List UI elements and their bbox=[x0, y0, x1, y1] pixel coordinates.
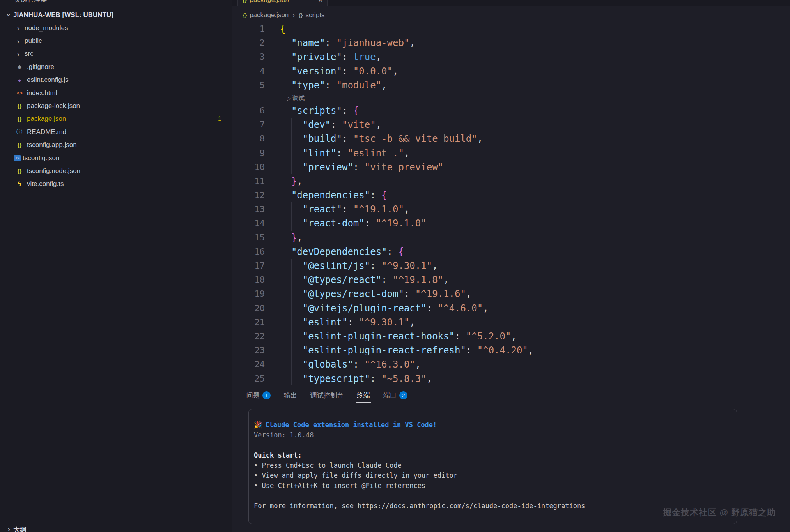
root-folder-label: JIANHUA-WEB [WSL: UBUNTU] bbox=[13, 11, 113, 19]
code-line[interactable]: 24 "globals": "^16.3.0", bbox=[232, 357, 790, 371]
file-item-tsconfig.node.json[interactable]: {}tsconfig.node.json bbox=[0, 164, 232, 177]
code-line[interactable]: 9 "lint": "eslint .", bbox=[232, 146, 790, 160]
token: : bbox=[353, 359, 365, 370]
token: "dependencies" bbox=[291, 190, 370, 201]
breadcrumb-item-scripts[interactable]: {}scripts bbox=[299, 9, 324, 21]
party-popper-icon: 🎉 bbox=[254, 421, 262, 429]
token bbox=[280, 303, 303, 314]
panel-tab-端口[interactable]: 端口2 bbox=[383, 389, 408, 403]
token: , bbox=[511, 331, 516, 342]
token: , bbox=[376, 119, 381, 130]
panel-tab-label: 终端 bbox=[357, 391, 370, 400]
code-line[interactable]: 22 "eslint-plugin-react-hooks": "^5.2.0"… bbox=[232, 329, 790, 343]
code-line[interactable]: 12 "dependencies": { bbox=[232, 188, 790, 202]
panel-tab-label: 输出 bbox=[284, 391, 297, 400]
file-item-tsconfig.app.json[interactable]: {}tsconfig.app.json bbox=[0, 139, 232, 152]
code-line[interactable]: 6 "scripts": { bbox=[232, 104, 790, 118]
token: { bbox=[280, 23, 285, 34]
terminal-output[interactable]: 🎉Claude Code extension installed in VS C… bbox=[249, 409, 737, 511]
token: "^19.1.0" bbox=[376, 218, 427, 229]
panel-tab-输出[interactable]: 输出 bbox=[283, 389, 298, 403]
code-line[interactable]: 2 "name": "jianhua-web", bbox=[232, 36, 790, 50]
token: : bbox=[404, 288, 415, 299]
token: { bbox=[353, 105, 359, 116]
code-text: "eslint-plugin-react-refresh": "^0.4.20"… bbox=[280, 343, 533, 357]
token: : bbox=[370, 373, 381, 384]
file-item-vite.config.ts[interactable]: ϟvite.config.ts bbox=[0, 178, 232, 191]
token: , bbox=[404, 204, 409, 215]
code-text: "version": "0.0.0", bbox=[280, 64, 398, 78]
panel-tab-调试控制台[interactable]: 调试控制台 bbox=[310, 389, 344, 403]
token bbox=[280, 246, 291, 257]
token: , bbox=[483, 303, 488, 314]
file-item-package-lock.json[interactable]: {}package-lock.json bbox=[0, 99, 232, 112]
file-item-node_modules[interactable]: ›node_modules bbox=[0, 21, 232, 34]
line-number: 15 bbox=[232, 231, 265, 245]
file-item-README.md[interactable]: ⓘREADME.md bbox=[0, 125, 232, 138]
code-line[interactable]: 15 }, bbox=[232, 231, 790, 245]
token: "vite preview" bbox=[365, 162, 443, 173]
line-number: 8 bbox=[232, 132, 265, 146]
file-item-public[interactable]: ›public bbox=[0, 34, 232, 47]
file-item-tsconfig.json[interactable]: TStsconfig.json bbox=[0, 152, 232, 164]
token bbox=[280, 119, 303, 130]
terminal-line: • Use Ctrl+Alt+K to insert @File referen… bbox=[254, 481, 729, 491]
eslint-icon: ● bbox=[14, 77, 25, 83]
code-line[interactable]: 10 "preview": "vite preview" bbox=[232, 160, 790, 174]
token: , bbox=[466, 288, 471, 299]
panel-tab-问题[interactable]: 问题1 bbox=[246, 389, 271, 403]
code-line[interactable]: 7 "dev": "vite", bbox=[232, 118, 790, 132]
code-line[interactable]: 17 "@eslint/js": "^9.30.1", bbox=[232, 259, 790, 273]
code-line[interactable]: 23 "eslint-plugin-react-refresh": "^0.4.… bbox=[232, 343, 790, 357]
token bbox=[280, 105, 291, 116]
token: "lint" bbox=[303, 148, 337, 159]
token: } bbox=[291, 176, 297, 187]
ts-icon: TS bbox=[14, 155, 21, 161]
file-label: package-lock.json bbox=[27, 102, 80, 110]
panel-tab-终端[interactable]: 终端 bbox=[356, 389, 371, 403]
code-editor[interactable]: 1{2 "name": "jianhua-web",3 "private": t… bbox=[232, 22, 790, 385]
line-number: 23 bbox=[232, 343, 265, 357]
code-line[interactable]: 21 "eslint": "^9.30.1", bbox=[232, 315, 790, 329]
line-number: 2 bbox=[232, 36, 265, 50]
watermark: 掘金技术社区 @ 野原猫之助 bbox=[663, 507, 776, 518]
close-icon[interactable]: × bbox=[318, 0, 322, 4]
code-line[interactable]: 11 }, bbox=[232, 174, 790, 188]
token: "type" bbox=[291, 80, 325, 91]
code-line[interactable]: 1{ bbox=[232, 22, 790, 36]
code-text: "scripts": { bbox=[280, 104, 359, 118]
code-line[interactable]: 20 "@vitejs/plugin-react": "^4.6.0", bbox=[232, 301, 790, 315]
code-text: "lint": "eslint .", bbox=[280, 146, 409, 160]
code-line[interactable]: 13 "react": "^19.1.0", bbox=[232, 202, 790, 216]
file-item-src[interactable]: ›src bbox=[0, 48, 232, 60]
code-line[interactable]: 14 "react-dom": "^19.1.0" bbox=[232, 216, 790, 230]
token: "0.0.0" bbox=[353, 66, 393, 77]
file-item-.gitignore[interactable]: ◆.gitignore bbox=[0, 60, 232, 73]
code-line[interactable]: 5 "type": "module", bbox=[232, 78, 790, 92]
token bbox=[280, 317, 303, 328]
code-line[interactable]: 19 "@types/react-dom": "^19.1.6", bbox=[232, 287, 790, 301]
code-line[interactable]: 3 "private": true, bbox=[232, 50, 790, 64]
html-icon: <> bbox=[14, 90, 25, 96]
breadcrumb-item-package.json[interactable]: {}package.json bbox=[243, 9, 289, 21]
tab-package-json[interactable]: {} package.json × bbox=[237, 0, 328, 6]
file-item-index.html[interactable]: <>index.html bbox=[0, 87, 232, 99]
codelens-debug[interactable]: ▷调试 bbox=[232, 92, 790, 104]
code-line[interactable]: 8 "build": "tsc -b && vite build", bbox=[232, 132, 790, 146]
outline-section[interactable]: › 大纲 bbox=[0, 523, 232, 532]
line-number: 18 bbox=[232, 273, 265, 287]
file-item-eslint.config.js[interactable]: ●eslint.config.js bbox=[0, 74, 232, 87]
file-item-package.json[interactable]: {}package.json1 bbox=[0, 113, 232, 125]
code-line[interactable]: 16 "devDependencies": { bbox=[232, 245, 790, 259]
explorer-root-folder[interactable]: › JIANHUA-WEB [WSL: UBUNTU] bbox=[0, 9, 232, 21]
token: , bbox=[427, 373, 432, 384]
terminal-line: • Press Cmd+Esc to launch Claude Code bbox=[254, 460, 729, 470]
code-text: "devDependencies": { bbox=[280, 245, 404, 259]
token: : bbox=[427, 303, 438, 314]
code-line[interactable]: 18 "@types/react": "^19.1.8", bbox=[232, 273, 790, 287]
token bbox=[280, 190, 291, 201]
code-line[interactable]: 25 "typescript": "~5.8.3", bbox=[232, 372, 790, 385]
code-line[interactable]: 4 "version": "0.0.0", bbox=[232, 64, 790, 78]
code-text: "typescript": "~5.8.3", bbox=[280, 372, 432, 385]
file-label: package.json bbox=[27, 115, 66, 123]
